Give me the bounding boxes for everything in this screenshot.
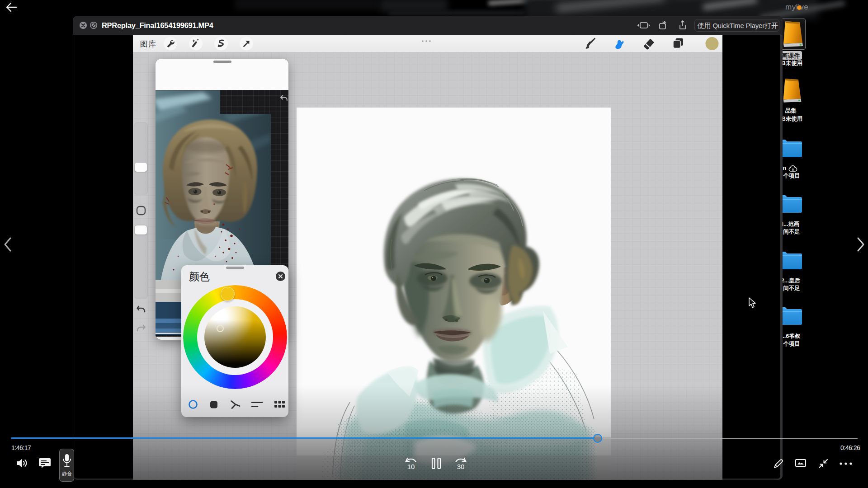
svg-text:10: 10	[407, 463, 415, 470]
svg-text:30: 30	[457, 463, 465, 470]
